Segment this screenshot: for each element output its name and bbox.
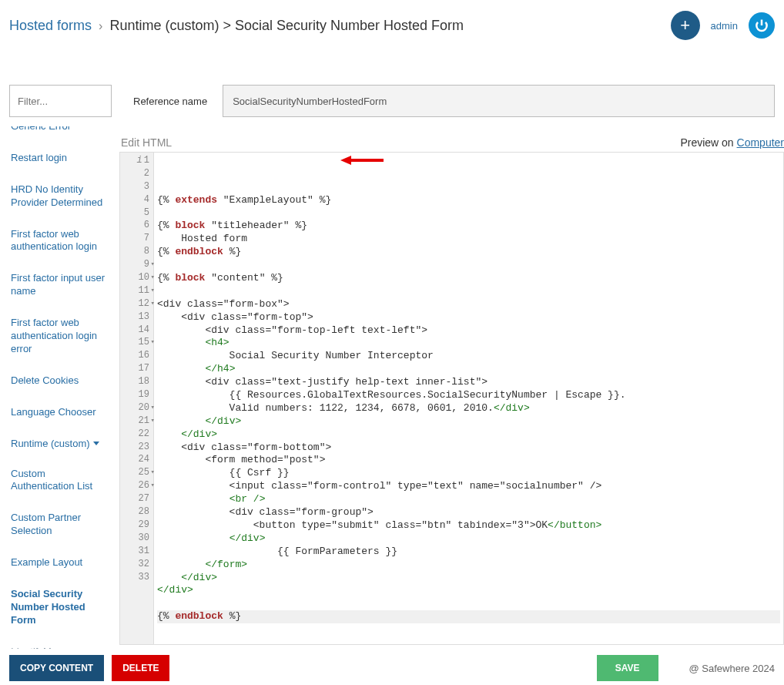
code-line[interactable]: <form method="post"> [157,454,780,467]
sidebar-item[interactable]: First factor web authentication login [6,219,112,264]
code-line[interactable]: {% endblock %} [157,246,780,259]
sidebar[interactable]: Generic ErrorRestart loginHRD No Identit… [0,126,116,649]
breadcrumb-leaf: Social Security Number Hosted Form [235,18,464,33]
code-line[interactable]: </h4> [157,363,780,376]
filter-input[interactable] [9,85,112,117]
code-line[interactable]: </form> [157,559,780,572]
sidebar-subitem[interactable]: Custom Partner Selection [6,502,112,547]
editor-title: Edit HTML [121,136,172,149]
code-line[interactable]: {{ Csrf }} [157,467,780,480]
sidebar-subitem[interactable]: IdentifyMe▸ [6,636,112,649]
preview-label: Preview on Computer [680,136,784,149]
reference-name-input[interactable] [223,85,775,117]
sidebar-subitem[interactable]: Example Layout [6,547,112,579]
code-line[interactable]: Valid numbers: 1122, 1234, 6678, 0601, 2… [157,402,780,415]
preview-link[interactable]: Computer [737,136,784,149]
code-body[interactable]: {% extends "ExampleLayout" %}{% block "t… [154,153,783,644]
code-line[interactable]: <input class="form-control" type="text" … [157,480,780,493]
code-line[interactable]: <div class="form-top-left text-left"> [157,324,780,337]
sidebar-item[interactable]: Language Chooser [6,397,112,428]
sidebar-item[interactable]: Delete Cookies [6,365,112,397]
sidebar-subitem[interactable]: Custom Authentication List [6,458,112,503]
delete-button[interactable]: DELETE [112,655,169,681]
sidebar-item[interactable]: Generic Error [6,126,112,143]
code-line[interactable]: <div class="form-box"> [157,298,780,311]
code-line[interactable]: <button type="submit" class="btn" tabind… [157,519,780,532]
power-icon [754,18,769,33]
sidebar-group-runtime-custom[interactable]: Runtime (custom) [6,428,112,458]
code-line[interactable]: {% extends "ExampleLayout" %} [157,194,780,207]
code-line[interactable]: {% endblock %} [157,610,780,623]
code-line[interactable]: </div> [157,584,780,597]
breadcrumb-mid: Runtime (custom) [109,18,219,33]
breadcrumb-sep: › [99,19,102,32]
code-editor[interactable]: i123456789▾10▾11▾12▾131415▾1617181920▾21… [119,152,784,645]
code-line[interactable]: </div> [157,572,780,585]
code-line[interactable] [157,207,780,220]
code-line[interactable]: <h4> [157,337,780,350]
sidebar-item[interactable]: Restart login [6,143,112,174]
code-line[interactable]: {{ Resources.GlobalTextResources.SocialS… [157,389,780,402]
code-line[interactable]: <div class="text-justify help-text inner… [157,376,780,389]
code-line[interactable] [157,285,780,298]
code-line[interactable] [157,597,780,610]
add-button[interactable]: + [671,11,700,40]
brand-label: @ Safewhere 2024 [689,663,776,674]
power-button[interactable] [749,12,775,39]
chevron-down-icon [93,442,99,445]
breadcrumb-root[interactable]: Hosted forms [9,18,92,33]
arrow-annotation [339,153,385,168]
sidebar-item[interactable]: First factor input user name [6,263,112,307]
code-line[interactable]: </div> [157,415,780,428]
code-line[interactable]: <div class="form-bottom"> [157,442,780,455]
save-button[interactable]: SAVE [597,655,658,681]
user-label[interactable]: admin [711,20,738,32]
sidebar-item[interactable]: HRD No Identity Provider Determined [6,174,112,219]
breadcrumb: Hosted forms › Runtime (custom) > Social… [9,18,464,34]
code-line[interactable]: {% block "content" %} [157,272,780,285]
code-line[interactable]: <div class="form-top"> [157,311,780,324]
copy-content-button[interactable]: COPY CONTENT [9,655,104,681]
code-line[interactable]: Hosted form [157,233,780,246]
reference-name-label: Reference name [133,96,207,107]
code-gutter: i123456789▾10▾11▾12▾131415▾1617181920▾21… [120,153,154,644]
code-line[interactable]: {% block "titleheader" %} [157,220,780,233]
code-line[interactable]: {{ FormParameters }} [157,546,780,559]
plus-icon: + [680,15,690,35]
sidebar-item[interactable]: First factor web authentication login er… [6,307,112,365]
code-line[interactable]: <br /> [157,493,780,506]
sidebar-subitem[interactable]: Social Security Number Hosted Form [6,579,112,636]
code-line[interactable] [157,259,780,272]
code-line[interactable]: </div> [157,428,780,442]
breadcrumb-sep2: > [223,18,235,33]
code-line[interactable]: Social Security Number Interceptor [157,350,780,363]
code-line[interactable]: </div> [157,532,780,546]
chevron-right-icon: ▸ [103,646,108,649]
code-line[interactable]: <div class="form-group"> [157,506,780,519]
